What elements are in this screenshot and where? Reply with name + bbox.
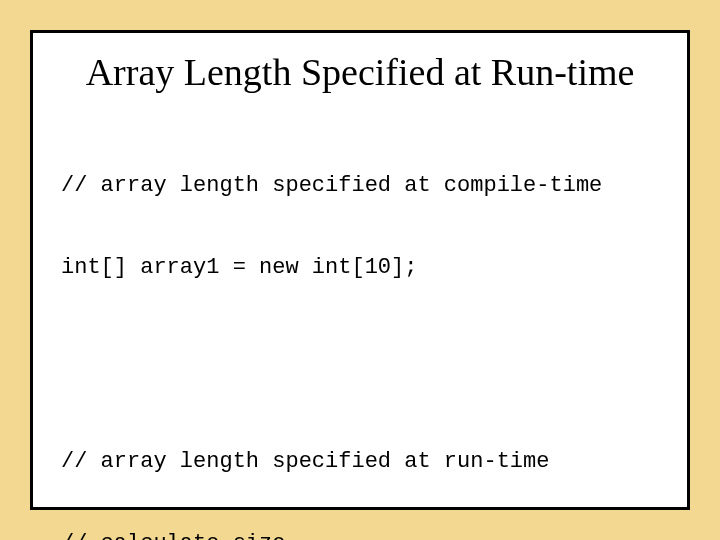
code-comment: // calculate size… (61, 530, 659, 540)
code-comment: // array length specified at run-time (61, 448, 659, 476)
slide-frame: Array Length Specified at Run-time // ar… (30, 30, 690, 510)
code-line: int[] array1 = new int[10]; (61, 254, 659, 282)
code-block-run-time: // array length specified at run-time //… (61, 393, 659, 540)
slide-title: Array Length Specified at Run-time (61, 51, 659, 95)
code-spacer (61, 337, 659, 393)
code-comment: // array length specified at compile-tim… (61, 172, 659, 200)
code-block-compile-time: // array length specified at compile-tim… (61, 117, 659, 337)
